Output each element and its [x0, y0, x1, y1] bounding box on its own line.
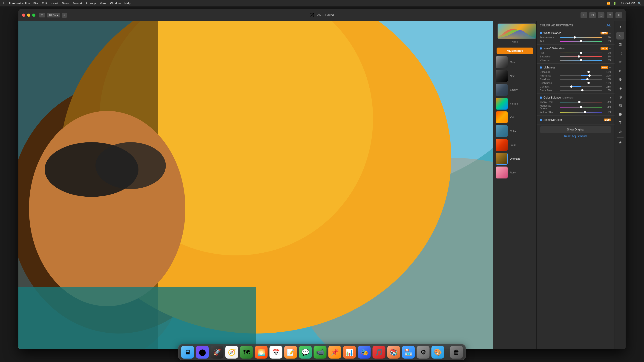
menu-insert[interactable]: Insert	[50, 1, 58, 5]
lightness-edit-icon[interactable]: ✏	[609, 66, 611, 69]
dock-facetime[interactable]: 📹	[314, 346, 326, 359]
more-options-button[interactable]: ≡	[616, 12, 622, 18]
shadows-thumb[interactable]	[586, 78, 588, 80]
shadows-track[interactable]	[560, 79, 602, 80]
view-mode-control[interactable]: ⊞	[39, 13, 45, 17]
menu-arrange[interactable]: Arrange	[86, 1, 96, 5]
close-button[interactable]	[22, 13, 25, 17]
highlights-track[interactable]	[560, 75, 602, 76]
yellow-blue-thumb[interactable]	[584, 111, 586, 113]
black-point-track[interactable]	[560, 90, 602, 91]
dock-trash[interactable]: 🗑	[450, 346, 463, 359]
exposure-thumb[interactable]	[588, 71, 590, 73]
hue-track[interactable]	[560, 53, 602, 53]
black-point-thumb[interactable]	[581, 89, 584, 91]
dock-launchpad[interactable]: 🚀	[211, 346, 224, 359]
menu-tools[interactable]: Tools	[62, 1, 69, 5]
cyan-red-thumb[interactable]	[578, 101, 580, 103]
tool-brush[interactable]: ✏	[616, 58, 624, 66]
temperature-track[interactable]	[560, 37, 602, 38]
filter-item-dramatic[interactable]: Dramatic	[493, 152, 536, 166]
filter-item-vivid[interactable]: Vivid	[493, 111, 536, 124]
color-balance-dropdown[interactable]: ▾	[610, 96, 611, 99]
adjust-button[interactable]: ⬚	[598, 12, 604, 18]
dock-finder[interactable]: 🖥	[181, 346, 194, 359]
yellow-blue-track[interactable]	[560, 112, 602, 113]
dock-stickies[interactable]: 📌	[328, 346, 341, 359]
tool-crop[interactable]: ⊡	[616, 40, 624, 48]
dock-messages[interactable]: 💬	[299, 346, 312, 359]
white-balance-edit-icon[interactable]: ✏	[609, 32, 611, 35]
tool-retouch[interactable]: ⌀	[616, 67, 624, 74]
tool-clone[interactable]: ⊕	[616, 75, 624, 83]
color-balance-header[interactable]: Color Balance (Midtones) ▾	[536, 95, 614, 100]
vibrance-thumb[interactable]	[580, 59, 582, 61]
temperature-thumb[interactable]	[574, 36, 576, 39]
search-icon[interactable]: 🔍	[638, 1, 641, 5]
tint-track[interactable]	[560, 41, 602, 42]
magenta-green-thumb[interactable]	[580, 106, 582, 108]
filter-item-none[interactable]	[495, 22, 534, 40]
white-balance-header[interactable]: White Balance BETA ✏	[536, 30, 614, 36]
tool-select-rect[interactable]: ⬚	[616, 49, 624, 57]
tool-text[interactable]: T	[616, 119, 624, 127]
vib-track[interactable]	[560, 60, 602, 61]
dock-safari[interactable]: 🧭	[226, 346, 238, 359]
minimize-button[interactable]	[27, 13, 30, 17]
sat-track[interactable]	[560, 56, 602, 57]
dock-photos[interactable]: 🌅	[255, 346, 268, 359]
brightness-track[interactable]	[560, 83, 602, 83]
menu-edit[interactable]: Edit	[42, 1, 47, 5]
tool-wand[interactable]: ✦	[616, 23, 624, 31]
hue-sat-edit-icon[interactable]: ✏	[609, 47, 611, 50]
menu-view[interactable]: View	[100, 1, 106, 5]
tool-gradient[interactable]: ▨	[616, 102, 624, 109]
menu-app[interactable]: Pixelmator Pro	[8, 1, 30, 5]
zoom-control[interactable]: 100% ▾	[47, 13, 60, 17]
filter-item-loud[interactable]: Loud	[493, 138, 536, 152]
dock-pixelmator[interactable]: 🎨	[432, 346, 444, 359]
hue-sat-header[interactable]: Hue & Saturation BETA ✏	[536, 46, 614, 51]
dock-books[interactable]: 📚	[387, 346, 400, 359]
filter-item-rosy[interactable]: Rosy	[493, 166, 536, 180]
magenta-green-track[interactable]	[560, 107, 602, 108]
canvas-area[interactable]	[18, 21, 493, 349]
crop-tool-button[interactable]: ⊡	[589, 12, 596, 18]
add-adjustment-button[interactable]: Add	[606, 24, 611, 27]
ml-enhance-button[interactable]: ML Enhance	[496, 47, 533, 54]
selective-color-header[interactable]: Selective Color BETA	[536, 117, 614, 123]
highlights-thumb[interactable]	[588, 74, 591, 77]
tool-shape[interactable]: ⬟	[616, 110, 624, 118]
contrast-thumb[interactable]	[570, 85, 572, 88]
menu-format[interactable]: Format	[72, 1, 82, 5]
dock-notes[interactable]: 📝	[284, 346, 297, 359]
dock-systemprefs[interactable]: ⚙	[417, 346, 430, 359]
exposure-track[interactable]	[560, 72, 602, 72]
filter-item-calm[interactable]: Calm	[493, 124, 536, 138]
tool-cursor[interactable]: ↖	[616, 32, 624, 39]
cyan-red-track[interactable]	[560, 102, 602, 102]
filter-item-noir[interactable]: Noir	[493, 69, 536, 83]
dock-keynote[interactable]: 🎭	[358, 346, 371, 359]
dock-appstore[interactable]: 🏪	[402, 346, 415, 359]
wand-tool-button[interactable]: ✦	[580, 12, 587, 18]
dock-maps[interactable]: 🗺	[240, 346, 253, 359]
brightness-thumb[interactable]	[588, 82, 590, 84]
dock-calendar[interactable]: 📅	[270, 346, 282, 359]
reset-adjustments-button[interactable]: Reset Adjustments	[540, 134, 611, 139]
tool-adjust-color[interactable]: ◎	[616, 93, 624, 101]
hue-thumb[interactable]	[580, 52, 582, 54]
tint-thumb[interactable]	[580, 40, 582, 42]
menu-window[interactable]: Window	[110, 1, 121, 5]
share-button[interactable]: ⬆	[607, 12, 613, 18]
filter-item-smoky[interactable]: Smoky	[493, 83, 536, 97]
saturation-thumb[interactable]	[578, 55, 580, 58]
dock-siri[interactable]: ⬤	[196, 346, 209, 359]
menu-file[interactable]: File	[33, 1, 38, 5]
dock-music[interactable]: 🎵	[372, 346, 386, 359]
apple-menu[interactable]: 	[3, 1, 4, 5]
menu-help[interactable]: Help	[124, 1, 131, 5]
tool-eyedropper[interactable]: ◈	[616, 84, 624, 92]
filter-item-mono[interactable]: Mono	[493, 55, 536, 69]
contrast-track[interactable]	[560, 86, 602, 87]
